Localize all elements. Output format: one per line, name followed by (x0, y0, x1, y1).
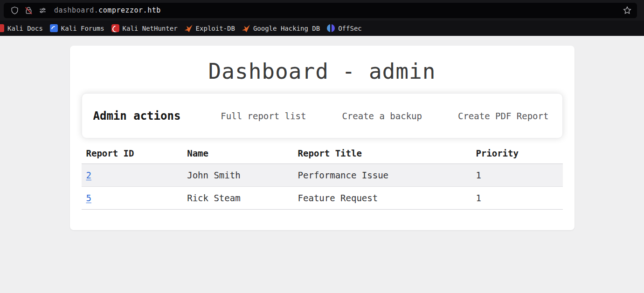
shield-icon[interactable] (9, 5, 20, 15)
column-header-name: Name (182, 143, 293, 164)
insecure-lock-icon[interactable] (23, 5, 34, 15)
reports-table-body: 2John SmithPerformance Issue15Rick Steam… (82, 164, 563, 210)
url-text[interactable]: dashboard.comprezzor.htb (54, 6, 161, 14)
admin-actions-card: Admin actions Full report listCreate a b… (82, 93, 563, 138)
admin-action-link-create-a-backup[interactable]: Create a backup (342, 111, 422, 121)
cell-name: John Smith (182, 164, 293, 187)
column-header-priority: Priority (471, 143, 562, 164)
table-row: 5Rick SteamFeature Request1 (82, 187, 563, 210)
bookmark-kali-forums[interactable]: Kali Forums (50, 24, 104, 32)
kali-docs-icon (0, 24, 4, 32)
bookmark-label: Google Hacking DB (253, 25, 320, 32)
bookmark-label: Exploit-DB (196, 25, 235, 32)
table-header-row: Report IDNameReport TitlePriority (82, 143, 563, 164)
offsec-icon (327, 24, 335, 32)
admin-action-link-create-pdf-report[interactable]: Create PDF Report (458, 111, 548, 121)
kali-forums-icon (50, 24, 58, 32)
bookmark-label: OffSec (338, 25, 362, 32)
report-link-2[interactable]: 2 (86, 170, 91, 180)
cell-report-id: 2 (82, 164, 183, 187)
cell-name: Rick Steam (182, 187, 293, 210)
bookmark-label: Kali Docs (7, 25, 43, 32)
page-background: Dashboard - admin Admin actions Full rep… (0, 46, 644, 293)
bookmarks-bar: Kali DocsKali ForumsKali NetHunterExploi… (0, 20, 644, 36)
kali-nethunter-icon (111, 24, 119, 32)
bookmark-kali-nethunter[interactable]: Kali NetHunter (111, 24, 178, 32)
cell-report-title: Performance Issue (293, 164, 471, 187)
bookmark-label: Kali NetHunter (123, 25, 178, 32)
browser-toolbar: dashboard.comprezzor.htb (0, 0, 644, 20)
bookmark-star-icon[interactable] (622, 5, 632, 15)
bookmark-kali-docs[interactable]: Kali Docs (1, 24, 43, 32)
url-domain: comprezzor.htb (98, 6, 160, 14)
page-title: Dashboard - admin (82, 59, 563, 84)
admin-action-link-full-report-list[interactable]: Full report list (221, 111, 306, 121)
url-bar[interactable]: dashboard.comprezzor.htb (4, 3, 637, 18)
reports-table: Report IDNameReport TitlePriority 2John … (82, 143, 563, 210)
table-row: 2John SmithPerformance Issue1 (82, 164, 563, 187)
google-hacking-db-icon (242, 24, 250, 32)
cell-report-title: Feature Request (293, 187, 471, 210)
admin-actions-title: Admin actions (93, 109, 181, 123)
exploit-db-icon (185, 24, 193, 32)
url-subdomain: dashboard. (54, 6, 98, 14)
permissions-toggles-icon[interactable] (37, 5, 48, 15)
cell-report-id: 5 (82, 187, 183, 210)
cell-priority: 1 (471, 187, 562, 210)
report-link-5[interactable]: 5 (86, 193, 91, 203)
dashboard-panel: Dashboard - admin Admin actions Full rep… (70, 46, 575, 230)
bookmark-label: Kali Forums (61, 25, 104, 32)
admin-actions-links: Full report listCreate a backupCreate PD… (221, 111, 548, 121)
bookmark-offsec[interactable]: OffSec (327, 24, 362, 32)
column-header-report-id: Report ID (82, 143, 183, 164)
cell-priority: 1 (471, 164, 562, 187)
reports-table-head: Report IDNameReport TitlePriority (82, 143, 563, 164)
bookmark-exploit-db[interactable]: Exploit-DB (185, 24, 235, 32)
column-header-report-title: Report Title (293, 143, 471, 164)
bookmark-google-hacking-db[interactable]: Google Hacking DB (242, 24, 320, 32)
